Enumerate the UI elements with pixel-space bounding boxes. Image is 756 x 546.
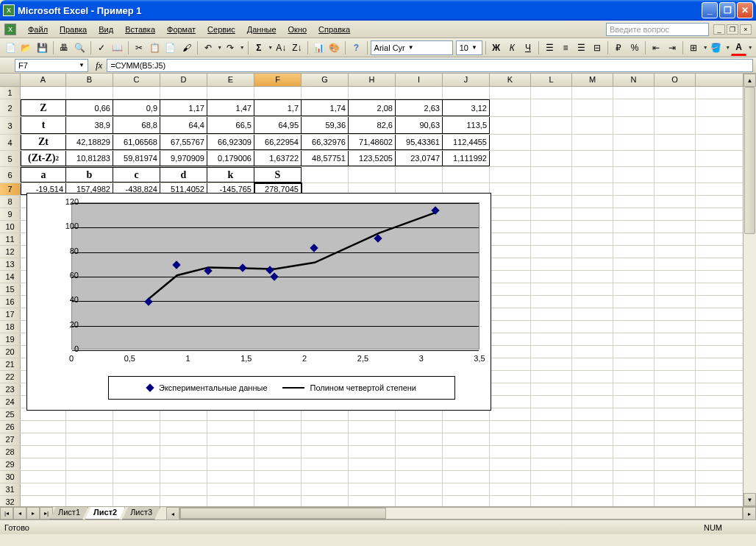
row-header-12[interactable]: 12 <box>0 246 21 258</box>
cell-N13[interactable] <box>613 258 655 270</box>
menu-view[interactable]: Вид <box>93 24 119 35</box>
cell-D4[interactable]: 67,55767 <box>160 135 207 150</box>
cell-J29[interactable] <box>443 458 490 470</box>
cell-N28[interactable] <box>613 446 655 458</box>
cell-A5[interactable]: (Zt-Z)2 <box>21 151 66 166</box>
sheet-tab-3[interactable]: Лист3 <box>122 507 160 520</box>
fill-color-button[interactable]: 🪣 <box>709 40 724 56</box>
cell-G6[interactable] <box>302 167 349 182</box>
cell-H1[interactable] <box>349 87 396 99</box>
cell-N1[interactable] <box>613 87 655 99</box>
copy-button[interactable]: 📋 <box>147 40 163 56</box>
cell-F30[interactable] <box>254 471 302 483</box>
row-header-20[interactable]: 20 <box>0 346 21 358</box>
row-header-11[interactable]: 11 <box>0 233 21 245</box>
cell-A29[interactable] <box>21 458 66 470</box>
cell-L32[interactable] <box>531 496 572 506</box>
cell-A1[interactable] <box>21 87 66 99</box>
cell-O20[interactable] <box>655 346 696 358</box>
cell-J26[interactable] <box>443 421 490 433</box>
scroll-up-button[interactable]: ▲ <box>743 74 756 87</box>
cell-O28[interactable] <box>655 446 696 458</box>
column-header-B[interactable]: B <box>66 74 113 86</box>
cell-O27[interactable] <box>655 433 696 445</box>
cell-O25[interactable] <box>655 408 696 420</box>
cell-O16[interactable] <box>655 296 696 308</box>
row-header-8[interactable]: 8 <box>0 196 21 208</box>
cell-M22[interactable] <box>572 371 613 383</box>
row-header-28[interactable]: 28 <box>0 446 21 458</box>
row-header-10[interactable]: 10 <box>0 221 21 233</box>
cell-M32[interactable] <box>572 496 613 506</box>
cell-L24[interactable] <box>531 396 572 408</box>
cell-L11[interactable] <box>531 233 572 245</box>
cell-L14[interactable] <box>531 271 572 283</box>
row-header-5[interactable]: 5 <box>0 151 21 166</box>
cell-C27[interactable] <box>113 433 160 445</box>
cell-M25[interactable] <box>572 408 613 420</box>
cell-M21[interactable] <box>572 358 613 370</box>
cell-I26[interactable] <box>396 421 443 433</box>
cell-J2[interactable]: 3,12 <box>443 99 490 116</box>
research-button[interactable]: 📖 <box>110 40 125 56</box>
autosum-button[interactable]: Σ <box>252 40 267 56</box>
cell-L7[interactable] <box>531 183 572 195</box>
sheet-tab-2[interactable]: Лист2 <box>85 507 125 520</box>
cell-N9[interactable] <box>613 208 655 220</box>
cell-F28[interactable] <box>254 446 302 458</box>
cell-A30[interactable] <box>21 471 66 483</box>
cell-B6[interactable]: b <box>66 167 113 182</box>
cell-E29[interactable] <box>207 458 254 470</box>
row-header-1[interactable]: 1 <box>0 87 21 99</box>
cell-C1[interactable] <box>113 87 160 99</box>
cell-B2[interactable]: 0,66 <box>66 99 113 116</box>
row-header-2[interactable]: 2 <box>0 99 21 116</box>
cell-D2[interactable]: 1,17 <box>160 99 207 116</box>
cell-K17[interactable] <box>490 308 531 320</box>
cell-E4[interactable]: 66,92309 <box>207 135 254 150</box>
cell-M11[interactable] <box>572 233 613 245</box>
row-header-31[interactable]: 31 <box>0 483 21 495</box>
cell-N12[interactable] <box>613 246 655 258</box>
font-name-select[interactable]: Arial Cyr▼ <box>371 40 453 55</box>
cell-C30[interactable] <box>113 471 160 483</box>
cell-B26[interactable] <box>66 421 113 433</box>
cell-O19[interactable] <box>655 333 696 345</box>
row-header-3[interactable]: 3 <box>0 117 21 134</box>
cell-M30[interactable] <box>572 471 613 483</box>
row-header-6[interactable]: 6 <box>0 167 21 182</box>
cell-O23[interactable] <box>655 383 696 395</box>
cell-C26[interactable] <box>113 421 160 433</box>
menu-window[interactable]: Окно <box>282 24 313 35</box>
cell-O9[interactable] <box>655 208 696 220</box>
cell-E1[interactable] <box>207 87 254 99</box>
cell-F31[interactable] <box>254 483 302 495</box>
cell-F1[interactable] <box>254 87 302 99</box>
cell-D6[interactable]: d <box>160 167 207 182</box>
cell-C2[interactable]: 0,9 <box>113 99 160 116</box>
cell-K26[interactable] <box>490 421 531 433</box>
scroll-thumb-h[interactable] <box>180 508 386 519</box>
tab-prev-button[interactable]: ◂ <box>13 507 26 520</box>
cell-I30[interactable] <box>396 471 443 483</box>
cell-O17[interactable] <box>655 308 696 320</box>
spelling-button[interactable]: ✓ <box>94 40 110 56</box>
cell-O6[interactable] <box>655 167 696 182</box>
cell-M13[interactable] <box>572 258 613 270</box>
cell-O30[interactable] <box>655 471 696 483</box>
mdi-close[interactable]: × <box>740 24 752 35</box>
cell-L25[interactable] <box>531 408 572 420</box>
cell-E3[interactable]: 66,5 <box>207 117 254 134</box>
column-header-I[interactable]: I <box>396 74 443 86</box>
cell-A32[interactable] <box>21 496 66 506</box>
cell-J1[interactable] <box>443 87 490 99</box>
open-button[interactable]: 📂 <box>19 40 35 56</box>
cell-J28[interactable] <box>443 446 490 458</box>
cell-H27[interactable] <box>349 433 396 445</box>
cell-O29[interactable] <box>655 458 696 470</box>
cell-N23[interactable] <box>613 383 655 395</box>
increase-indent-button[interactable]: ⇥ <box>665 40 680 56</box>
preview-button[interactable]: 🔍 <box>72 40 88 56</box>
cell-K28[interactable] <box>490 446 531 458</box>
cell-E28[interactable] <box>207 446 254 458</box>
